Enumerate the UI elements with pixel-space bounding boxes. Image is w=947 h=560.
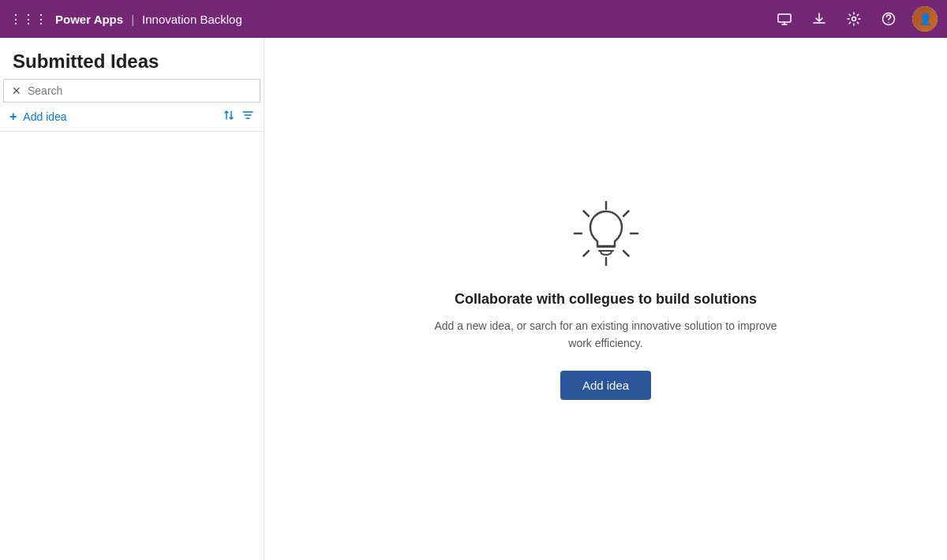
nav-divider: | — [131, 13, 134, 26]
svg-point-3 — [888, 22, 889, 24]
download-icon[interactable] — [808, 8, 830, 30]
svg-point-1 — [852, 17, 856, 21]
add-idea-sidebar-label[interactable]: Add idea — [23, 110, 216, 123]
topnav-left: ⋮⋮⋮ Power Apps | Innovation Backlog — [9, 12, 242, 27]
empty-state-description: Add a new idea, or sarch for an existing… — [425, 317, 788, 353]
avatar-image: 👤 — [912, 6, 938, 32]
svg-line-8 — [583, 211, 589, 216]
help-icon[interactable] — [878, 8, 900, 30]
left-panel: Submitted Ideas ✕ + Add idea — [0, 38, 264, 560]
lightbulb-icon — [571, 198, 642, 272]
svg-line-9 — [623, 251, 629, 256]
page-title: Submitted Ideas — [13, 50, 251, 73]
page-title-area: Submitted Ideas — [0, 38, 264, 79]
filter-icon[interactable] — [241, 109, 254, 125]
avatar[interactable]: 👤 — [912, 6, 938, 32]
empty-state: Collaborate with collegues to build solu… — [425, 198, 788, 401]
search-clear-icon[interactable]: ✕ — [12, 84, 21, 97]
sort-icon[interactable] — [223, 109, 235, 125]
svg-rect-0 — [778, 14, 791, 22]
empty-state-title: Collaborate with collegues to build solu… — [455, 291, 757, 308]
grid-icon[interactable]: ⋮⋮⋮ — [9, 12, 47, 27]
main-content: Submitted Ideas ✕ + Add idea — [0, 38, 947, 560]
svg-line-10 — [623, 211, 629, 216]
add-idea-row: + Add idea — [0, 103, 264, 132]
add-idea-button[interactable]: Add idea — [560, 371, 651, 400]
app-name-label: Innovation Backlog — [142, 13, 242, 26]
brand-label: Power Apps — [55, 13, 123, 26]
right-panel: Collaborate with collegues to build solu… — [264, 38, 947, 560]
add-icon[interactable]: + — [9, 110, 17, 124]
search-input[interactable] — [28, 84, 252, 97]
search-bar: ✕ — [3, 79, 260, 103]
cast-icon[interactable] — [773, 8, 795, 30]
topnav-right: 👤 — [773, 6, 938, 32]
topnav: ⋮⋮⋮ Power Apps | Innovation Backlog — [0, 0, 947, 38]
svg-line-11 — [583, 251, 589, 256]
settings-icon[interactable] — [843, 8, 865, 30]
